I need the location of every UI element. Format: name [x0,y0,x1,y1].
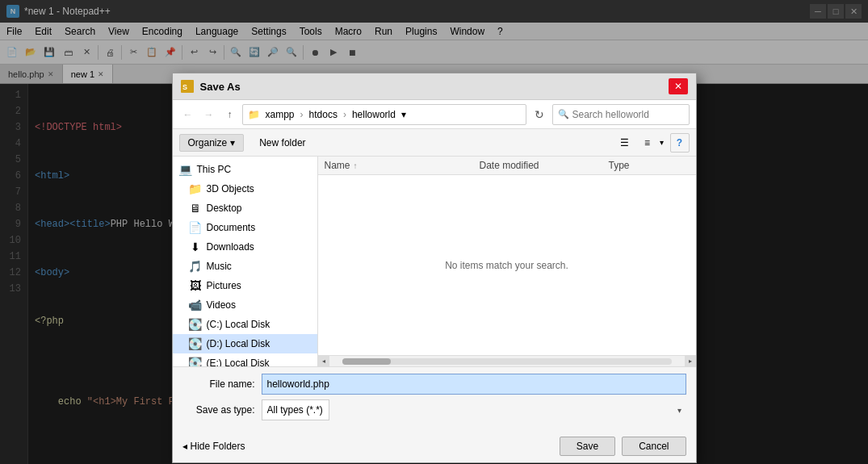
h-scroll-right[interactable]: ▸ [685,356,696,367]
path-dropdown[interactable]: ▾ [401,109,406,120]
this-pc-icon: 💻 [179,163,192,176]
h-scrollbar: ◂ ▸ [318,355,696,366]
col-date[interactable]: Date modified [480,160,609,171]
path-xampp[interactable]: xampp [263,108,297,121]
nav-d-drive-label: (D:) Local Disk [207,338,270,349]
nav-videos-label: Videos [207,299,236,311]
dialog-overlay: S Save As ✕ ← → ↑ 📁 xampp › htdocs › hel… [0,0,868,464]
dialog-form: File name: Save as type: All types (*.*) [173,366,696,432]
hide-arrow-icon: ◂ [182,441,187,452]
nav-3d-objects[interactable]: 📁 3D Objects [173,179,317,199]
savetype-select[interactable]: All types (*.*) [262,399,329,420]
dialog-footer: ◂ Hide Folders Save Cancel [173,432,696,462]
nav-tree: 💻 This PC 📁 3D Objects 🖥 Desktop 📄 Docum… [173,157,318,366]
refresh-button[interactable]: ↻ [530,105,549,124]
dialog-cancel-button[interactable]: Cancel [622,437,686,456]
nav-documents-label: Documents [207,222,256,233]
downloads-icon: ⬇ [189,240,202,253]
forward-button[interactable]: → [200,106,218,123]
organize-label: Organize [188,137,228,148]
nav-documents[interactable]: 📄 Documents [173,218,317,237]
c-drive-icon: 💽 [189,318,202,331]
svg-text:S: S [182,83,187,91]
videos-icon: 📹 [189,299,202,311]
savetype-label: Save as type: [182,404,255,416]
3d-objects-icon: 📁 [189,182,202,195]
nav-this-pc[interactable]: 💻 This PC [173,160,317,179]
address-path[interactable]: 📁 xampp › htdocs › helloworld ▾ [242,104,526,125]
h-scroll-track[interactable] [342,358,672,365]
desktop-icon: 🖥 [189,202,202,215]
nav-c-drive[interactable]: 💽 (C:) Local Disk [173,315,317,334]
pictures-icon: 🖼 [189,279,202,292]
nav-desktop-label: Desktop [207,203,242,214]
organize-button[interactable]: Organize ▾ [179,134,245,152]
e-drive-icon: 💽 [189,357,202,366]
documents-icon: 📄 [189,221,202,234]
filename-label: File name: [182,378,255,390]
view-dropdown-arrow[interactable]: ▾ [660,138,664,147]
empty-message: No items match your search. [445,260,568,271]
dialog-address-bar: ← → ↑ 📁 xampp › htdocs › helloworld ▾ ↻ … [173,100,696,129]
nav-downloads[interactable]: ⬇ Downloads [173,237,317,257]
music-icon: 🎵 [189,260,202,273]
path-htdocs[interactable]: htdocs [307,108,340,121]
app-window: N *new 1 - Notepad++ ─ □ ✕ File Edit Sea… [0,0,868,464]
name-sort-icon: ↑ [354,161,358,170]
nav-e-drive-label: (E:) Local Disk [207,357,270,366]
nav-pictures-label: Pictures [207,280,241,291]
nav-music[interactable]: 🎵 Music [173,257,317,276]
save-as-dialog: S Save As ✕ ← → ↑ 📁 xampp › htdocs › hel… [172,73,697,463]
view-list-button[interactable]: ☰ [614,133,635,153]
new-folder-button[interactable]: New folder [250,134,314,152]
nav-pictures[interactable]: 🖼 Pictures [173,276,317,295]
dialog-title-bar: S Save As ✕ [173,73,696,100]
filename-row: File name: [182,374,686,395]
savetype-wrapper: All types (*.*) [262,399,686,420]
dialog-close-button[interactable]: ✕ [669,78,688,94]
search-box: 🔍 [552,104,690,125]
nav-downloads-label: Downloads [207,241,254,253]
file-list-body: No items match your search. [318,175,696,355]
nav-e-drive[interactable]: 💽 (E:) Local Disk [173,353,317,366]
dialog-save-button[interactable]: Save [560,437,615,456]
dialog-title-text: Save As [200,81,662,93]
back-button[interactable]: ← [179,106,197,123]
nav-desktop[interactable]: 🖥 Desktop [173,199,317,218]
path-helloworld[interactable]: helloworld [350,108,398,121]
nav-c-drive-label: (C:) Local Disk [207,319,270,330]
dialog-toolbar: Organize ▾ New folder ☰ ≡ ▾ ? [173,129,696,157]
hide-folders-label: Hide Folders [191,441,245,452]
nav-d-drive[interactable]: 💽 (D:) Local Disk [173,334,317,353]
h-scroll-thumb[interactable] [342,358,391,365]
search-icon: 🔍 [558,109,569,119]
hide-folders-button[interactable]: ◂ Hide Folders [182,441,245,452]
dialog-action-buttons: Save Cancel [560,437,686,456]
help-button[interactable]: ? [670,133,690,153]
savetype-row: Save as type: All types (*.*) [182,399,686,420]
file-list-header: Name ↑ Date modified Type [318,157,696,175]
dialog-content: 💻 This PC 📁 3D Objects 🖥 Desktop 📄 Docum… [173,157,696,366]
nav-videos[interactable]: 📹 Videos [173,295,317,315]
search-input[interactable] [572,109,684,120]
up-button[interactable]: ↑ [221,106,239,123]
file-list: Name ↑ Date modified Type No items match… [318,157,696,366]
nav-this-pc-label: This PC [197,164,232,175]
nav-3d-objects-label: 3D Objects [207,183,254,194]
h-scroll-left[interactable]: ◂ [318,356,329,367]
organize-arrow: ▾ [230,137,235,148]
col-type[interactable]: Type [609,160,690,171]
nav-music-label: Music [207,261,232,272]
d-drive-icon: 💽 [189,337,202,350]
view-options: ☰ ≡ ▾ [614,133,664,153]
col-name[interactable]: Name ↑ [325,160,480,171]
view-details-button[interactable]: ≡ [637,133,658,153]
dialog-icon: S [181,80,194,93]
filename-input[interactable] [262,374,686,395]
